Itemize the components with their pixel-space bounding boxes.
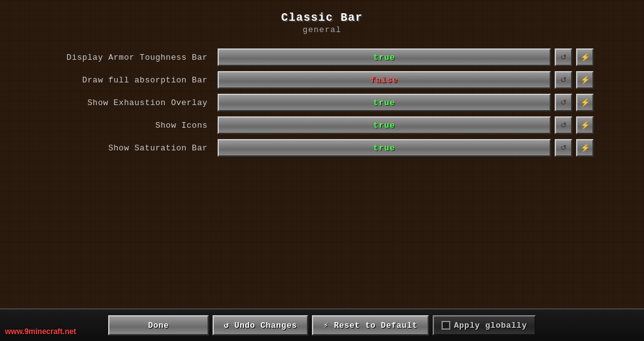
setting-value: true	[373, 53, 395, 62]
setting-undo-icon-button[interactable]: ↺	[555, 94, 572, 111]
apply-globally-button[interactable]: Apply globally	[433, 315, 536, 335]
setting-value-button[interactable]: true	[218, 139, 551, 157]
setting-reset-icon-button[interactable]: ⚡	[576, 94, 594, 111]
setting-reset-icon-button[interactable]: ⚡	[576, 71, 594, 89]
bottom-bar: Done ↺ Undo Changes ⚡ Reset to Default A…	[0, 308, 644, 341]
setting-value-button[interactable]: true	[218, 116, 551, 134]
setting-reset-icon-button[interactable]: ⚡	[576, 139, 594, 157]
title-section: Classic Bar general	[0, 0, 644, 41]
setting-value-button[interactable]: true	[218, 48, 551, 66]
setting-row: Show Saturation Bartrue↺⚡	[50, 138, 594, 158]
setting-label: Show Exhaustion Overlay	[50, 98, 214, 108]
setting-row: Show Iconstrue↺⚡	[50, 115, 594, 135]
setting-value-button[interactable]: true	[218, 94, 551, 111]
setting-row: Display Armor Toughness Bartrue↺⚡	[50, 47, 594, 67]
settings-container: Display Armor Toughness Bartrue↺⚡Draw fu…	[0, 41, 644, 164]
setting-value: true	[373, 98, 395, 108]
setting-label: Draw full absorption Bar	[50, 75, 214, 85]
undo-changes-button[interactable]: ↺ Undo Changes	[213, 315, 308, 335]
watermark: www.9minecraft.net	[5, 327, 76, 336]
title-sub: general	[0, 25, 644, 35]
setting-row: Draw full absorption Barfalse↺⚡	[50, 70, 594, 90]
setting-undo-icon-button[interactable]: ↺	[555, 139, 572, 157]
setting-undo-icon-button[interactable]: ↺	[555, 48, 572, 66]
reset-to-default-button[interactable]: ⚡ Reset to Default	[312, 315, 428, 335]
setting-value: true	[373, 143, 395, 153]
setting-reset-icon-button[interactable]: ⚡	[576, 48, 594, 66]
setting-label: Show Saturation Bar	[50, 143, 214, 153]
apply-globally-checkbox	[441, 321, 450, 330]
setting-undo-icon-button[interactable]: ↺	[555, 116, 572, 134]
setting-value-button[interactable]: false	[218, 71, 551, 89]
setting-label: Display Armor Toughness Bar	[50, 53, 214, 62]
setting-value: false	[370, 75, 398, 85]
setting-reset-icon-button[interactable]: ⚡	[576, 116, 594, 134]
title-main: Classic Bar	[0, 11, 644, 24]
setting-value: true	[373, 121, 395, 130]
setting-undo-icon-button[interactable]: ↺	[555, 71, 572, 89]
setting-label: Show Icons	[50, 121, 214, 130]
done-button[interactable]: Done	[108, 315, 209, 335]
apply-globally-label: Apply globally	[454, 321, 527, 330]
setting-row: Show Exhaustion Overlaytrue↺⚡	[50, 92, 594, 113]
